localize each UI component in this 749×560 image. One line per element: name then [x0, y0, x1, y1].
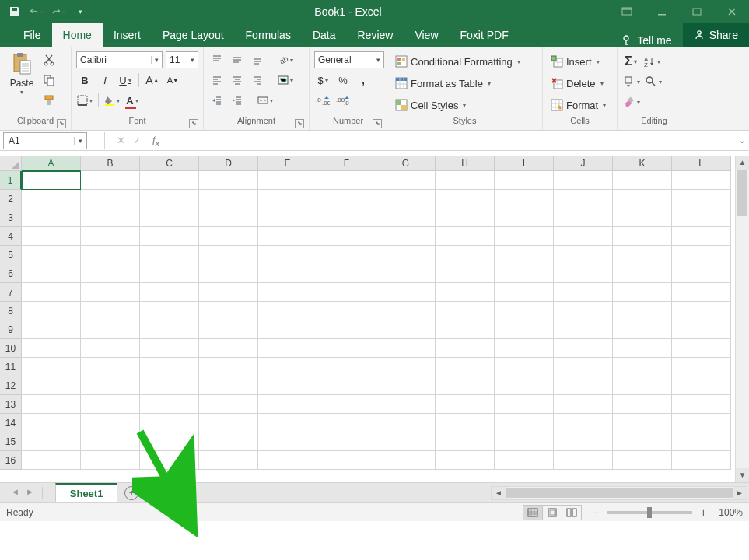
cell[interactable] [22, 227, 81, 246]
cell[interactable] [672, 358, 731, 376]
vertical-scrollbar[interactable]: ▲ ▼ [735, 156, 749, 482]
cell[interactable] [554, 171, 613, 190]
cell[interactable] [554, 395, 613, 414]
cell[interactable] [81, 246, 140, 264]
cell[interactable] [199, 451, 258, 470]
cell[interactable] [140, 376, 199, 395]
cell[interactable] [436, 283, 495, 302]
cell[interactable] [376, 395, 436, 414]
cell[interactable] [376, 171, 436, 190]
cell[interactable] [495, 339, 554, 358]
cell[interactable] [317, 208, 376, 227]
cell[interactable] [495, 246, 554, 264]
cell[interactable] [81, 171, 140, 190]
format-cells-button[interactable]: Format [548, 96, 609, 114]
cell[interactable] [376, 358, 436, 376]
cell[interactable] [376, 320, 436, 339]
cell[interactable] [317, 227, 376, 246]
cell[interactable] [140, 208, 199, 227]
cell[interactable] [554, 246, 613, 264]
cell[interactable] [199, 171, 258, 190]
cell[interactable] [199, 395, 258, 414]
wrap-text-icon[interactable] [277, 72, 294, 89]
cell[interactable] [436, 358, 495, 376]
cell[interactable] [672, 432, 731, 451]
cell[interactable] [140, 414, 199, 432]
italic-button[interactable]: I [96, 72, 114, 89]
conditional-formatting-button[interactable]: Conditional Formatting [392, 53, 523, 70]
cell[interactable] [672, 264, 731, 283]
column-header[interactable]: L [672, 156, 731, 171]
cell[interactable] [672, 414, 731, 432]
cell[interactable] [613, 264, 672, 283]
cell[interactable] [495, 190, 554, 208]
cell[interactable] [376, 376, 436, 395]
cell[interactable] [258, 190, 317, 208]
decrease-decimal-icon[interactable]: .00.0 [334, 92, 352, 109]
font-name-combo[interactable]: Calibri▾ [76, 51, 163, 68]
decrease-indent-icon[interactable] [208, 92, 226, 109]
fill-color-icon[interactable] [103, 92, 121, 109]
cell[interactable] [672, 190, 731, 208]
zoom-slider[interactable] [607, 511, 692, 514]
cell[interactable] [22, 283, 81, 302]
cell[interactable] [22, 395, 81, 414]
cell[interactable] [436, 414, 495, 432]
cell[interactable] [140, 358, 199, 376]
cell[interactable] [376, 302, 436, 320]
row-header[interactable]: 9 [0, 320, 22, 339]
cell[interactable] [495, 414, 554, 432]
cell[interactable] [495, 171, 554, 190]
cell[interactable] [258, 376, 317, 395]
cell[interactable] [140, 339, 199, 358]
align-bottom-icon[interactable] [249, 51, 266, 68]
select-all-corner[interactable] [0, 156, 22, 171]
column-header[interactable]: A [22, 156, 81, 171]
row-header[interactable]: 5 [0, 246, 22, 264]
cell[interactable] [554, 451, 613, 470]
cell[interactable] [22, 451, 81, 470]
align-right-icon[interactable] [249, 72, 266, 89]
fx-icon[interactable]: fx [148, 134, 164, 148]
cell[interactable] [495, 283, 554, 302]
cell[interactable] [495, 432, 554, 451]
column-header[interactable]: G [376, 156, 436, 171]
cell[interactable] [554, 320, 613, 339]
name-box[interactable]: A1 ▾ [3, 132, 87, 149]
percent-format-icon[interactable]: % [334, 72, 352, 89]
delete-cells-button[interactable]: Delete [548, 75, 609, 92]
cell[interactable] [317, 451, 376, 470]
cell[interactable] [22, 302, 81, 320]
cell[interactable] [495, 451, 554, 470]
cell[interactable] [613, 451, 672, 470]
cell[interactable] [613, 208, 672, 227]
cell[interactable] [672, 227, 731, 246]
cell[interactable] [554, 302, 613, 320]
cell[interactable] [376, 264, 436, 283]
cell[interactable] [672, 376, 731, 395]
page-break-view-icon[interactable] [562, 505, 582, 520]
cell[interactable] [81, 264, 140, 283]
cell[interactable] [436, 208, 495, 227]
cell[interactable] [613, 376, 672, 395]
cell[interactable] [317, 376, 376, 395]
number-format-combo[interactable]: General▾ [314, 51, 384, 68]
cell[interactable] [317, 171, 376, 190]
cell[interactable] [81, 227, 140, 246]
cell[interactable] [199, 358, 258, 376]
tab-data[interactable]: Data [302, 23, 347, 47]
cell[interactable] [317, 414, 376, 432]
undo-icon[interactable] [30, 5, 44, 19]
align-left-icon[interactable] [208, 72, 226, 89]
cell[interactable] [436, 302, 495, 320]
cell[interactable] [554, 414, 613, 432]
row-header[interactable]: 4 [0, 227, 22, 246]
hscroll-resize-handle[interactable]: ⋮ [172, 488, 186, 499]
tab-insert[interactable]: Insert [103, 23, 152, 47]
copy-icon[interactable] [40, 72, 58, 89]
cell[interactable] [376, 227, 436, 246]
cell[interactable] [22, 432, 81, 451]
cell[interactable] [258, 395, 317, 414]
row-header[interactable]: 16 [0, 451, 22, 470]
cell[interactable] [436, 190, 495, 208]
